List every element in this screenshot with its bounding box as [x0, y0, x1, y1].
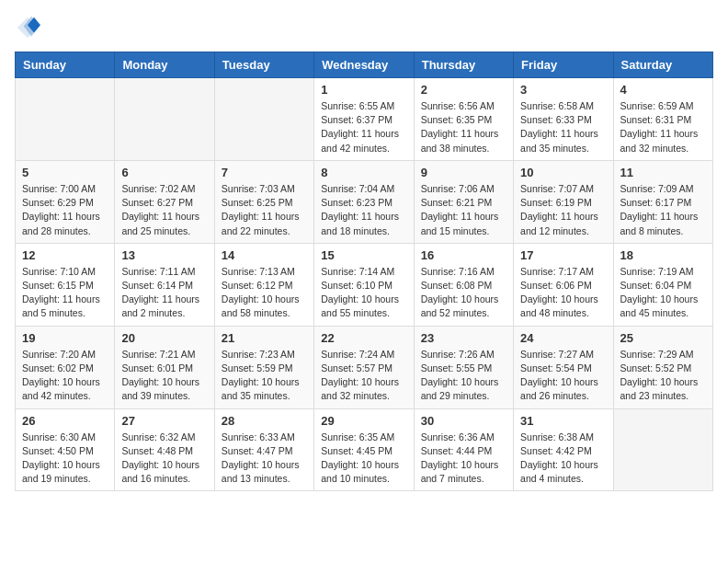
day-details: Sunrise: 6:55 AM Sunset: 6:37 PM Dayligh…	[321, 99, 406, 155]
calendar-cell: 12Sunrise: 7:10 AM Sunset: 6:15 PM Dayli…	[16, 243, 115, 326]
day-details: Sunrise: 6:33 AM Sunset: 4:47 PM Dayligh…	[222, 431, 307, 487]
day-number: 5	[22, 166, 108, 179]
calendar-cell: 28Sunrise: 6:33 AM Sunset: 4:47 PM Dayli…	[214, 408, 313, 491]
calendar-cell: 31Sunrise: 6:38 AM Sunset: 4:42 PM Dayli…	[514, 408, 613, 491]
day-details: Sunrise: 6:58 AM Sunset: 6:33 PM Dayligh…	[520, 99, 606, 155]
calendar-week-1: 1Sunrise: 6:55 AM Sunset: 6:37 PM Daylig…	[16, 78, 713, 161]
day-details: Sunrise: 7:11 AM Sunset: 6:14 PM Dayligh…	[121, 265, 207, 321]
day-details: Sunrise: 7:03 AM Sunset: 6:25 PM Dayligh…	[222, 182, 307, 238]
calendar-cell: 2Sunrise: 6:56 AM Sunset: 6:35 PM Daylig…	[414, 78, 513, 161]
day-number: 14	[222, 248, 307, 262]
calendar-cell: 3Sunrise: 6:58 AM Sunset: 6:33 PM Daylig…	[514, 78, 613, 161]
calendar-cell: 7Sunrise: 7:03 AM Sunset: 6:25 PM Daylig…	[214, 160, 313, 243]
calendar-cell: 21Sunrise: 7:23 AM Sunset: 5:59 PM Dayli…	[214, 326, 313, 408]
calendar-week-5: 26Sunrise: 6:30 AM Sunset: 4:50 PM Dayli…	[16, 408, 713, 491]
day-number: 17	[520, 248, 606, 262]
day-number: 13	[121, 248, 207, 262]
day-number: 7	[222, 166, 307, 179]
calendar-cell	[115, 78, 214, 161]
calendar-body: 1Sunrise: 6:55 AM Sunset: 6:37 PM Daylig…	[16, 78, 713, 491]
day-details: Sunrise: 7:21 AM Sunset: 6:01 PM Dayligh…	[121, 348, 207, 404]
day-details: Sunrise: 6:36 AM Sunset: 4:44 PM Dayligh…	[421, 431, 506, 487]
weekday-header-friday: Friday	[514, 52, 613, 78]
calendar-cell	[16, 78, 115, 161]
day-details: Sunrise: 7:04 AM Sunset: 6:23 PM Dayligh…	[321, 182, 406, 238]
day-number: 9	[421, 166, 506, 179]
logo-icon	[15, 15, 40, 40]
day-details: Sunrise: 7:14 AM Sunset: 6:10 PM Dayligh…	[321, 265, 406, 321]
day-number: 10	[520, 166, 606, 179]
day-number: 20	[121, 331, 207, 345]
calendar-cell: 6Sunrise: 7:02 AM Sunset: 6:27 PM Daylig…	[115, 160, 214, 243]
day-number: 16	[421, 248, 506, 262]
calendar-table: SundayMondayTuesdayWednesdayThursdayFrid…	[15, 52, 713, 491]
calendar-cell: 27Sunrise: 6:32 AM Sunset: 4:48 PM Dayli…	[115, 408, 214, 491]
day-number: 8	[321, 166, 406, 179]
calendar-cell: 13Sunrise: 7:11 AM Sunset: 6:14 PM Dayli…	[115, 243, 214, 326]
calendar-cell: 19Sunrise: 7:20 AM Sunset: 6:02 PM Dayli…	[16, 326, 115, 408]
day-details: Sunrise: 7:27 AM Sunset: 5:54 PM Dayligh…	[520, 348, 606, 404]
day-details: Sunrise: 7:17 AM Sunset: 6:06 PM Dayligh…	[520, 265, 606, 321]
page-header	[15, 15, 713, 40]
day-number: 1	[321, 83, 406, 97]
calendar-cell: 4Sunrise: 6:59 AM Sunset: 6:31 PM Daylig…	[613, 78, 712, 161]
day-number: 18	[620, 248, 706, 262]
day-details: Sunrise: 7:10 AM Sunset: 6:15 PM Dayligh…	[22, 265, 108, 321]
day-number: 24	[520, 331, 606, 345]
day-details: Sunrise: 7:06 AM Sunset: 6:21 PM Dayligh…	[421, 182, 506, 238]
calendar-cell: 18Sunrise: 7:19 AM Sunset: 6:04 PM Dayli…	[613, 243, 712, 326]
day-details: Sunrise: 6:38 AM Sunset: 4:42 PM Dayligh…	[520, 431, 606, 487]
day-number: 21	[222, 331, 307, 345]
calendar-week-4: 19Sunrise: 7:20 AM Sunset: 6:02 PM Dayli…	[16, 326, 713, 408]
day-number: 23	[421, 331, 506, 345]
day-details: Sunrise: 7:00 AM Sunset: 6:29 PM Dayligh…	[22, 182, 108, 238]
day-details: Sunrise: 7:07 AM Sunset: 6:19 PM Dayligh…	[520, 182, 606, 238]
day-number: 6	[121, 166, 207, 179]
calendar-cell: 8Sunrise: 7:04 AM Sunset: 6:23 PM Daylig…	[314, 160, 414, 243]
calendar-cell: 29Sunrise: 6:35 AM Sunset: 4:45 PM Dayli…	[314, 408, 414, 491]
calendar-cell	[214, 78, 313, 161]
calendar-cell: 22Sunrise: 7:24 AM Sunset: 5:57 PM Dayli…	[314, 326, 414, 408]
day-number: 27	[121, 414, 207, 428]
day-details: Sunrise: 7:16 AM Sunset: 6:08 PM Dayligh…	[421, 265, 506, 321]
calendar-cell: 9Sunrise: 7:06 AM Sunset: 6:21 PM Daylig…	[414, 160, 513, 243]
logo	[15, 15, 44, 40]
calendar-week-3: 12Sunrise: 7:10 AM Sunset: 6:15 PM Dayli…	[16, 243, 713, 326]
day-number: 4	[620, 83, 706, 97]
day-number: 26	[22, 414, 108, 428]
calendar-cell: 16Sunrise: 7:16 AM Sunset: 6:08 PM Dayli…	[414, 243, 513, 326]
day-details: Sunrise: 7:26 AM Sunset: 5:55 PM Dayligh…	[421, 348, 506, 404]
weekday-header-saturday: Saturday	[613, 52, 712, 78]
day-details: Sunrise: 7:02 AM Sunset: 6:27 PM Dayligh…	[121, 182, 207, 238]
weekday-header-wednesday: Wednesday	[314, 52, 414, 78]
calendar-cell: 5Sunrise: 7:00 AM Sunset: 6:29 PM Daylig…	[16, 160, 115, 243]
day-details: Sunrise: 6:59 AM Sunset: 6:31 PM Dayligh…	[620, 99, 706, 155]
calendar-week-2: 5Sunrise: 7:00 AM Sunset: 6:29 PM Daylig…	[16, 160, 713, 243]
day-details: Sunrise: 6:32 AM Sunset: 4:48 PM Dayligh…	[121, 431, 207, 487]
day-number: 12	[22, 248, 108, 262]
calendar-cell: 15Sunrise: 7:14 AM Sunset: 6:10 PM Dayli…	[314, 243, 414, 326]
day-details: Sunrise: 7:23 AM Sunset: 5:59 PM Dayligh…	[222, 348, 307, 404]
calendar-cell: 26Sunrise: 6:30 AM Sunset: 4:50 PM Dayli…	[16, 408, 115, 491]
day-number: 30	[421, 414, 506, 428]
day-number: 2	[421, 83, 506, 97]
day-number: 3	[520, 83, 606, 97]
calendar-cell: 20Sunrise: 7:21 AM Sunset: 6:01 PM Dayli…	[115, 326, 214, 408]
calendar-cell: 25Sunrise: 7:29 AM Sunset: 5:52 PM Dayli…	[613, 326, 712, 408]
weekday-header-row: SundayMondayTuesdayWednesdayThursdayFrid…	[16, 52, 713, 78]
day-number: 31	[520, 414, 606, 428]
calendar-cell: 10Sunrise: 7:07 AM Sunset: 6:19 PM Dayli…	[514, 160, 613, 243]
day-number: 28	[222, 414, 307, 428]
weekday-header-tuesday: Tuesday	[214, 52, 313, 78]
weekday-header-sunday: Sunday	[16, 52, 115, 78]
day-details: Sunrise: 7:24 AM Sunset: 5:57 PM Dayligh…	[321, 348, 406, 404]
day-number: 25	[620, 331, 706, 345]
day-details: Sunrise: 7:29 AM Sunset: 5:52 PM Dayligh…	[620, 348, 706, 404]
day-details: Sunrise: 7:13 AM Sunset: 6:12 PM Dayligh…	[222, 265, 307, 321]
calendar-cell: 24Sunrise: 7:27 AM Sunset: 5:54 PM Dayli…	[514, 326, 613, 408]
day-details: Sunrise: 7:19 AM Sunset: 6:04 PM Dayligh…	[620, 265, 706, 321]
day-number: 15	[321, 248, 406, 262]
calendar-cell: 11Sunrise: 7:09 AM Sunset: 6:17 PM Dayli…	[613, 160, 712, 243]
calendar-cell	[613, 408, 712, 491]
day-number: 29	[321, 414, 406, 428]
